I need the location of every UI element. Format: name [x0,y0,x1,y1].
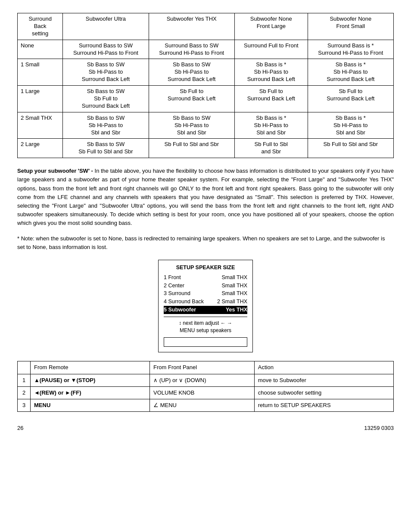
surround-back-table: SurroundBacksetting Subwoofer Ultra Subw… [17,13,394,158]
speaker-setup-footer-line1: ↕ next item adjust ← → [164,320,247,327]
table-cell: Sb Bass to SWSb Full to Sbl and Sbr [63,139,149,158]
action-table: From Remote From Front Panel Action 1 ▲(… [17,361,394,412]
row-label: 2 Small THX [18,112,63,139]
action-row-panel: ∧ (UP) or ∨ (DOWN) [150,374,255,386]
table-cell: Sb Bass to SWSb Hi-Pass toSurround Back … [149,59,234,86]
row-label: 1 Large [18,86,63,112]
page-number: 26 [17,425,23,431]
speaker-setup-title: SETUP SPEAKER SIZE [164,264,247,272]
speaker-item-row: 2 CenterSmall THX [164,282,247,290]
action-row-num: 3 [18,399,31,411]
action-row-action: return to SETUP SPEAKERS [254,399,393,411]
table-cell: Surround Full to Front [234,40,308,59]
speaker-setup-footer: ↕ next item adjust ← → MENU setup speake… [164,320,247,334]
table-cell: Sb Bass to SWSb Full toSurround Back Lef… [63,86,149,112]
description-text: In the table above, you have the flexibi… [17,168,394,226]
col-header-surround-back: SurroundBacksetting [18,13,63,40]
speaker-item-value: Yes THX [226,306,247,314]
table-cell: Sb Full toSurround Back Left [149,86,234,112]
doc-number: 13259 0303 [364,425,394,431]
action-row-remote: ▲(PAUSE) or ▼(STOP) [31,374,150,386]
table-cell: Surround Bass is *Surround Hi-Pass to Fr… [308,40,393,59]
table-cell: Surround Bass to SWSurround Hi-Pass to F… [149,40,234,59]
action-row-panel: VOLUME KNOB [150,386,255,399]
action-row-remote: ◄(REW) or ►(FF) [31,386,150,399]
note-paragraph: * Note: when the subwoofer is set to Non… [17,234,394,251]
table-cell: Sb Bass is *Sb Hi-Pass toSbl and Sbr [308,112,393,139]
speaker-setup-bar [164,337,247,347]
table-cell: Sb Bass to SWSb Hi-Pass toSbl and Sbr [63,112,149,139]
action-col-from-panel: From Front Panel [150,361,255,374]
table-cell: Sb Full to Sbl and Sbr [308,139,393,158]
table-cell: Sb Full to Sbl and Sbr [149,139,234,158]
speaker-setup-footer-line2: MENU setup speakers [164,327,247,334]
col-header-sub-none-front-small: Subwoofer NoneFront Small [308,13,393,40]
action-row-num: 1 [18,374,31,386]
speaker-item-value: Small THX [221,282,247,290]
action-row-num: 2 [18,386,31,399]
action-col-from-remote: From Remote [31,361,150,374]
table-cell: Sb Bass to SWSb Hi-Pass toSbl and Sbr [149,112,234,139]
table-cell: Surround Bass to SWSurround Hi-Pass to F… [63,40,149,59]
description-paragraph: Setup your subwoofer 'SW' - In the table… [17,167,394,227]
speaker-item-row: 1 FrontSmall THX [164,274,247,282]
action-row-action: choose subwoofer setting [254,386,393,399]
speaker-item-row: 4 Surround Back2 Small THX [164,298,247,306]
col-header-sub-yes-thx: Subwoofer Yes THX [149,13,234,40]
table-cell: Sb Full toSurround Back Left [234,86,308,112]
table-cell: Sb Full to Sbland Sbr [234,139,308,158]
col-header-sub-none-front-large: Subwoofer NoneFront Large [234,13,308,40]
table-cell: Sb Bass to SWSb Hi-Pass toSurround Back … [63,59,149,86]
speaker-item-value: Small THX [221,274,247,282]
row-label: 2 Large [18,139,63,158]
speaker-item-row: 5 SubwooferYes THX [164,306,247,314]
speaker-setup-box: SETUP SPEAKER SIZE 1 FrontSmall THX2 Cen… [158,260,253,352]
page-footer: 26 13259 0303 [17,425,394,431]
speaker-setup-divider [164,317,247,317]
speaker-item-value: Small THX [221,289,247,298]
speaker-setup-container: SETUP SPEAKER SIZE 1 FrontSmall THX2 Cen… [17,260,394,352]
speaker-item-value: 2 Small THX [217,298,247,306]
col-header-sub-ultra: Subwoofer Ultra [63,13,149,40]
speaker-item-label: 4 Surround Back [164,298,217,306]
speaker-item-label: 3 Surround [164,289,221,298]
speaker-item-label: 2 Center [164,282,221,290]
action-col-num [18,361,31,374]
table-cell: Sb Bass is *Sb Hi-Pass toSbl and Sbr [234,112,308,139]
action-row-action: move to Subwoofer [254,374,393,386]
table-cell: Sb Bass is *Sb Hi-Pass toSurround Back L… [308,59,393,86]
table-cell: Sb Full toSurround Back Left [308,86,393,112]
action-row-panel: ∠ MENU [150,399,255,411]
speaker-item-label: 1 Front [164,274,221,282]
table-cell: Sb Bass is *Sb Hi-Pass toSurround Back L… [234,59,308,86]
row-label: 1 Small [18,59,63,86]
speaker-item-label: 5 Subwoofer [164,306,226,314]
description-bold: Setup your subwoofer 'SW' - [17,168,93,174]
row-label: None [18,40,63,59]
action-col-action: Action [254,361,393,374]
action-row-remote: MENU [31,399,150,411]
speaker-item-row: 3 SurroundSmall THX [164,289,247,298]
speaker-setup-items: 1 FrontSmall THX2 CenterSmall THX3 Surro… [164,274,247,314]
